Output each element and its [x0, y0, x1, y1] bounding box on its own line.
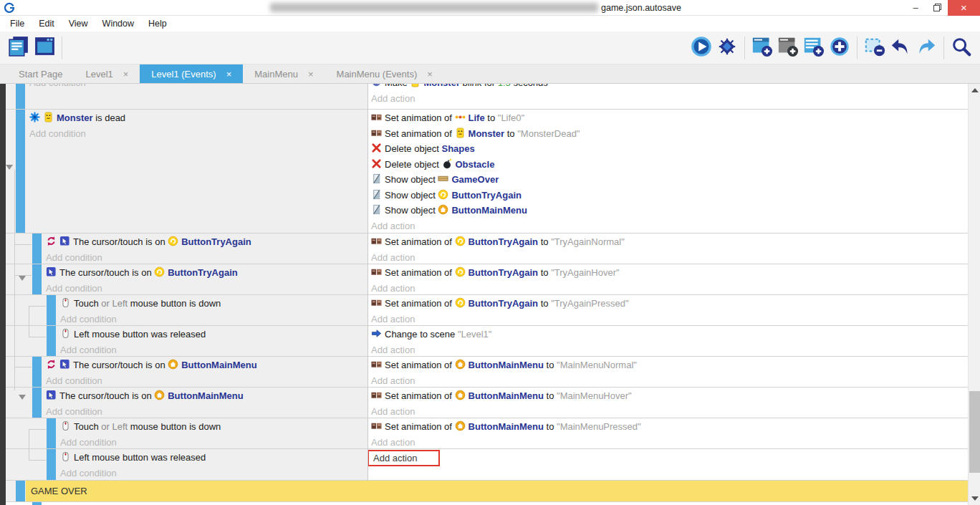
tab-mainmenu[interactable]: MainMenu× [243, 64, 325, 83]
vertical-scrollbar[interactable] [968, 84, 980, 505]
comment-row[interactable]: GAME OVER [6, 481, 968, 502]
condition-line[interactable]: The cursor/touch is on ButtonMainMenu [46, 357, 368, 373]
action-line[interactable]: Delete object Shapes [371, 141, 968, 157]
action-line[interactable]: Set animation of ButtonTryAgain to "TryA… [371, 234, 968, 250]
event-selection-bar[interactable] [16, 110, 25, 233]
actions-cell[interactable]: Set animation of Life to "Life0"Set anim… [368, 110, 968, 233]
event-selection-bar[interactable] [16, 84, 25, 109]
action-line[interactable]: Set animation of Monster to "MonsterDead… [371, 126, 968, 142]
action-line[interactable]: Delete object Obstacle [371, 157, 968, 173]
add-condition-placeholder[interactable]: Add condition [29, 84, 368, 91]
event-selection-bar[interactable] [32, 357, 42, 387]
close-button[interactable]: × [948, 0, 980, 16]
add-action-placeholder[interactable]: Add action [371, 373, 968, 388]
actions-cell[interactable]: Set animation of ButtonMainMenu to "Main… [368, 418, 968, 448]
menu-view[interactable]: View [62, 17, 95, 30]
action-line[interactable]: Set animation of ButtonMainMenu to "Main… [371, 419, 968, 435]
action-line[interactable]: Set animation of ButtonTryAgain to "TryA… [371, 296, 968, 312]
event-selection-bar[interactable] [32, 234, 42, 264]
minimize-button[interactable]: – [905, 0, 926, 16]
event-selection-bar[interactable] [47, 295, 56, 325]
action-line[interactable]: Set animation of ButtonTryAgain to "TryA… [371, 265, 968, 281]
search-button[interactable] [948, 34, 974, 62]
conditions-cell[interactable]: Touch or Left mouse button is downAdd co… [6, 295, 368, 325]
menu-help[interactable]: Help [141, 17, 174, 30]
undo-button[interactable] [888, 34, 913, 62]
add-circle-button[interactable] [827, 34, 852, 62]
restore-button[interactable] [926, 0, 948, 16]
condition-line[interactable]: The cursor/touch is on ButtonTryAgain [46, 234, 368, 250]
tab-start-page[interactable]: Start Page [7, 64, 74, 83]
add-condition-placeholder[interactable]: Add condition [60, 312, 368, 327]
conditions-cell[interactable]: The cursor/touch is on ButtonTryAgainAdd… [6, 234, 368, 264]
action-line[interactable]: Set animation of Life to "Life0" [371, 110, 968, 126]
add-comment-button[interactable] [801, 34, 827, 62]
tab-level1[interactable]: Level1× [74, 64, 140, 83]
add-condition-placeholder[interactable]: Add condition [60, 435, 368, 450]
tab-close-icon[interactable]: × [226, 69, 232, 80]
add-action-placeholder[interactable]: Add action [371, 404, 968, 419]
menu-edit[interactable]: Edit [32, 17, 62, 30]
add-event-button[interactable] [749, 34, 775, 62]
action-line[interactable]: Set animation of ButtonMainMenu to "Main… [371, 357, 968, 373]
action-line[interactable]: Make Monster blink for 1.5 seconds [371, 84, 968, 91]
add-condition-placeholder[interactable]: Add condition [60, 466, 368, 481]
add-condition-placeholder[interactable]: Add condition [29, 126, 368, 142]
actions-cell[interactable]: Set animation of ButtonMainMenu to "Main… [368, 388, 968, 418]
add-condition-placeholder[interactable]: Add condition [46, 250, 368, 265]
redo-button[interactable] [913, 34, 939, 62]
event-selection-bar[interactable] [16, 481, 25, 501]
add-condition-placeholder[interactable]: Add condition [60, 342, 368, 357]
condition-line[interactable]: Touch or Left mouse button is down [60, 419, 368, 435]
actions-cell[interactable]: Make Monster blink for 1.5 secondsAdd ac… [368, 84, 968, 109]
comment-text[interactable]: GAME OVER [26, 481, 968, 501]
highlighted-add-action[interactable]: Add action [371, 450, 968, 466]
add-action-placeholder[interactable]: Add action [371, 281, 968, 296]
add-condition-placeholder[interactable]: Add condition [46, 373, 368, 388]
condition-line[interactable]: Left mouse button was released [60, 327, 368, 342]
tab-close-icon[interactable]: × [308, 69, 314, 80]
actions-cell[interactable]: Set animation of ButtonTryAgain to "TryA… [368, 295, 968, 325]
tab-close-icon[interactable]: × [427, 69, 433, 80]
action-line[interactable]: Show object GameOver [371, 172, 968, 188]
add-condition-placeholder[interactable]: Add condition [46, 281, 368, 296]
tab-close-icon[interactable]: × [123, 69, 129, 80]
action-line[interactable]: Show object ButtonMainMenu [371, 203, 968, 218]
conditions-actions-splitter[interactable] [368, 84, 368, 481]
action-line[interactable]: Change to scene "Level1" [371, 327, 968, 342]
condition-line[interactable]: The cursor/touch is on ButtonMainMenu [46, 388, 368, 404]
action-line[interactable]: Set animation of ButtonMainMenu to "Main… [371, 388, 968, 404]
add-action-highlight-box[interactable]: Add action [368, 450, 440, 466]
remove-selection-button[interactable] [862, 34, 888, 62]
debug-button[interactable] [714, 34, 740, 62]
conditions-cell[interactable]: Left mouse button was releasedAdd condit… [6, 326, 368, 356]
scrollbar-thumb[interactable] [969, 391, 980, 473]
condition-line[interactable]: The cursor/touch is on ButtonTryAgain [46, 265, 368, 281]
conditions-cell[interactable]: Monster is deadAdd condition [6, 110, 368, 233]
scroll-up-icon[interactable] [971, 88, 979, 92]
actions-cell[interactable]: Set animation of ButtonTryAgain to "TryA… [368, 264, 968, 294]
menu-file[interactable]: File [3, 17, 32, 30]
project-manager-button[interactable] [6, 34, 32, 62]
play-button[interactable] [688, 34, 714, 62]
scroll-down-icon[interactable] [971, 496, 979, 501]
event-selection-bar[interactable] [32, 264, 42, 294]
actions-cell[interactable]: Set animation of ButtonMainMenu to "Main… [368, 357, 968, 387]
event-selection-bar[interactable] [47, 449, 56, 480]
event-selection-bar[interactable] [32, 502, 42, 505]
condition-line[interactable]: Left mouse button was released [60, 450, 368, 466]
event-selection-bar[interactable] [32, 388, 42, 418]
action-line[interactable]: Show object ButtonTryAgain [371, 188, 968, 203]
conditions-cell[interactable]: Add condition [6, 84, 368, 109]
tab-mainmenu-events-[interactable]: MainMenu (Events)× [325, 64, 444, 83]
scene-window-button[interactable] [32, 34, 57, 62]
add-action-placeholder[interactable]: Add action [371, 218, 968, 234]
actions-cell[interactable]: Add action [368, 449, 968, 480]
conditions-cell[interactable]: The cursor/touch is on ButtonTryAgainAdd… [6, 264, 368, 294]
add-action-placeholder[interactable]: Add action [371, 312, 968, 327]
conditions-cell[interactable]: The cursor/touch is on ButtonMainMenuAdd… [6, 357, 368, 387]
actions-cell[interactable]: Change to scene "Level1"Add action [368, 326, 968, 356]
conditions-cell[interactable]: Touch or Left mouse button is downAdd co… [6, 418, 368, 448]
conditions-cell[interactable]: The cursor/touch is on ButtonMainMenuAdd… [6, 388, 368, 418]
event-selection-bar[interactable] [47, 418, 56, 448]
